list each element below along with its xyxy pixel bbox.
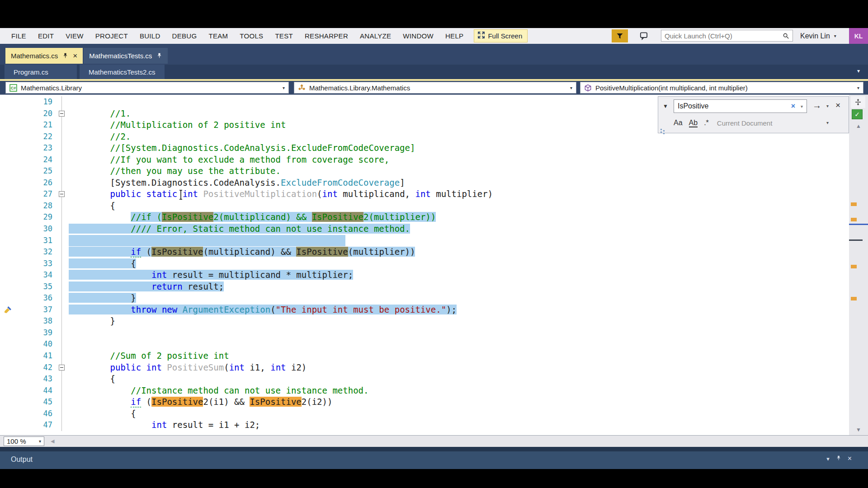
menu-resharper[interactable]: RESHARPER [299,28,354,44]
menu-build[interactable]: BUILD [134,28,166,44]
tab-mathematicstests2-cs[interactable]: MathematicsTests2.cs [80,65,165,79]
quick-launch-input[interactable]: Quick Launch (Ctrl+Q) [661,30,793,42]
menu-help[interactable]: HELP [439,28,469,44]
output-panel-header[interactable]: Output ▾ × [0,451,868,469]
main-menu: FILEEDITVIEWPROJECTBUILDDEBUGTEAMTOOLSTE… [5,28,469,44]
code-line: 39 [0,327,849,339]
type-dropdown[interactable]: Mathematics.Library.Mathematics ▾ [294,82,576,94]
outline-margin [55,142,69,154]
menu-file[interactable]: FILE [5,28,32,44]
close-panel-icon[interactable]: × [848,455,852,463]
line-number: 38 [15,315,55,327]
tab-list-chevron-icon[interactable]: ▾ [857,68,860,74]
chevron-down-icon: ▾ [834,33,836,38]
tab-mathematicstests-cs[interactable]: MathematicsTests.cs [84,48,168,64]
menu-team[interactable]: TEAM [203,28,234,44]
close-tab-icon[interactable]: × [73,52,77,59]
match-marker[interactable] [851,202,857,206]
find-next-options-chevron-icon[interactable]: ▾ [826,103,829,108]
code-text: //[System.Diagnostics.CodeAnalysis.Exclu… [69,142,415,154]
match-marker[interactable] [851,218,857,221]
find-expander-chevron-icon[interactable]: ▼ [663,103,668,109]
outline-margin [55,108,69,120]
user-menu[interactable]: Kevin Lin ▾ [800,28,836,44]
code-line: 37 throw new ArgumentException("The inpu… [0,304,849,316]
quick-launch-placeholder: Quick Launch (Ctrl+Q) [665,32,783,40]
tab-mathematics-cs[interactable]: Mathematics.cs× [5,48,83,64]
find-next-button[interactable]: → [812,100,821,111]
scroll-up-arrow[interactable]: ▲ [849,123,868,129]
code-line: 46 { [0,408,849,420]
menu-window[interactable]: WINDOW [397,28,439,44]
filter-button[interactable] [612,29,628,42]
line-number: 20 [15,108,55,120]
hscroll-left-arrow[interactable]: ◀ [51,438,54,444]
fold-collapse-icon[interactable] [59,111,65,117]
code-line: 31 [0,235,849,247]
editor-scrollbar[interactable]: ✓ ▲ ▼ [849,94,868,435]
drag-grip-icon[interactable] [660,129,662,130]
code-text: throw new ArgumentException("The input i… [69,304,457,316]
code-lines: 1920 //1.21 //Multiplication of 2 positi… [0,96,849,431]
split-editor-handle[interactable] [851,96,865,108]
line-number: 30 [15,223,55,235]
fold-collapse-icon[interactable] [59,191,65,197]
gutter [0,154,15,166]
code-text: int result = multiplicand * multiplier; [69,269,353,281]
close-find-panel-icon[interactable]: × [835,100,840,110]
search-history-chevron-icon[interactable]: ▾ [801,104,803,109]
match-marker[interactable] [851,265,857,268]
pin-panel-icon[interactable] [836,455,841,463]
code-text: if (IsPositive2(i1) && IsPositive2(i2)) [69,396,332,408]
outline-margin [55,281,69,293]
code-line: 44 //Instance method can not use instanc… [0,385,849,397]
outline-margin [55,419,69,431]
scroll-down-arrow[interactable]: ▼ [849,427,868,433]
window-position-chevron-icon[interactable]: ▾ [826,455,830,462]
tab-program-cs[interactable]: Program.cs [5,65,77,79]
gutter [0,131,15,143]
zoom-level-dropdown[interactable]: 100 % ▾ [4,436,44,446]
menu-debug[interactable]: DEBUG [166,28,203,44]
outline-margin [55,177,69,189]
menu-test[interactable]: TEST [269,28,299,44]
code-line: 24 //If you want to exclude a method fro… [0,154,849,166]
broom-cleanup-icon[interactable] [4,306,12,314]
member-dropdown[interactable]: PositiveMultiplication(int multiplicand,… [580,82,863,94]
code-line: 29 //if (IsPositive2(multiplicand) && Is… [0,211,849,223]
menu-analyze[interactable]: ANALYZE [354,28,397,44]
gutter [0,119,15,131]
fold-collapse-icon[interactable] [59,365,65,371]
caret-position-marker[interactable] [849,224,868,225]
code-editor[interactable]: 1920 //1.21 //Multiplication of 2 positi… [0,94,849,435]
line-number: 44 [15,385,55,397]
code-line: 41 //Sum of 2 positive int [0,350,849,362]
menu-tools[interactable]: TOOLS [234,28,269,44]
avatar[interactable]: KL [849,28,868,44]
project-dropdown[interactable]: C# Mathematics.Library ▾ [5,82,289,94]
code-text: //then you may use the attribute. [69,165,281,177]
menu-edit[interactable]: EDIT [32,28,60,44]
find-search-input[interactable]: IsPositive × ▾ [674,99,807,113]
match-case-toggle[interactable]: Aa [674,119,683,127]
find-query-text: IsPositive [678,102,708,110]
match-marker[interactable] [851,297,857,300]
gutter [0,281,15,293]
menu-view[interactable]: VIEW [60,28,90,44]
scroll-position-marker[interactable] [849,239,863,241]
clear-search-icon[interactable]: × [791,102,795,110]
outline-margin [55,154,69,166]
gutter [0,373,15,385]
menu-project[interactable]: PROJECT [90,28,134,44]
code-text: { [69,258,136,270]
resharper-status-check-icon[interactable]: ✓ [852,109,863,119]
scope-chevron-icon[interactable]: ▾ [826,120,829,125]
find-scope-dropdown[interactable]: Current Document [717,119,773,127]
code-line: 34 int result = multiplicand * multiplie… [0,269,849,281]
regex-toggle[interactable]: .* [704,119,709,127]
feedback-button[interactable] [637,30,650,42]
code-line: 28 { [0,200,849,212]
match-whole-word-toggle[interactable]: Ab [689,119,698,127]
full-screen-button[interactable]: Full Screen [474,29,528,42]
line-number: 29 [15,211,55,223]
